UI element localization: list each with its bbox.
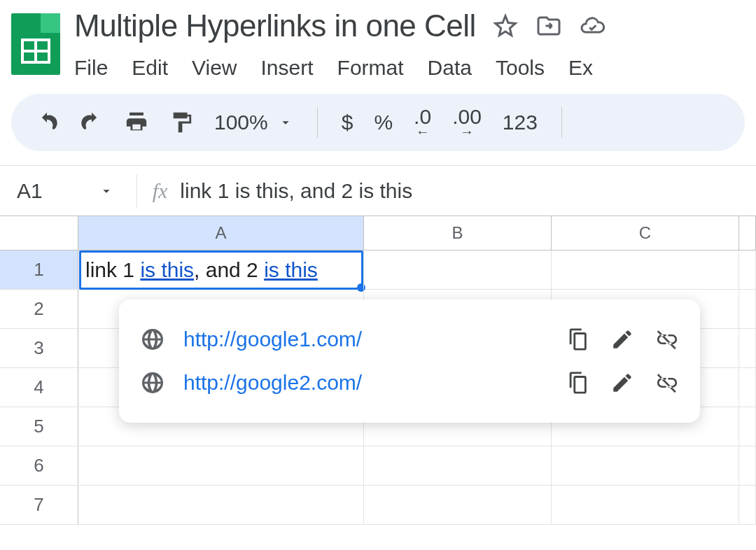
cell-B1[interactable] bbox=[364, 251, 552, 289]
edit-link-icon[interactable] bbox=[610, 327, 634, 351]
remove-link-icon[interactable] bbox=[655, 371, 679, 395]
cell-C7[interactable] bbox=[552, 486, 739, 524]
header: Multiple Hyperlinks in one Cell File Edi… bbox=[0, 0, 756, 80]
cell-B6[interactable] bbox=[364, 446, 552, 485]
table-row: 1 link 1 is this, and 2 is this bbox=[0, 251, 756, 290]
title-row: Multiple Hyperlinks in one Cell File Edi… bbox=[11, 8, 745, 80]
menu-format[interactable]: Format bbox=[337, 56, 404, 80]
cell-D3[interactable] bbox=[739, 329, 756, 367]
cell-D2[interactable] bbox=[739, 290, 756, 328]
star-icon[interactable] bbox=[493, 13, 518, 38]
globe-icon bbox=[140, 370, 165, 395]
cell-text: link 1 bbox=[85, 258, 140, 281]
formula-bar-separator bbox=[136, 174, 137, 208]
arrow-left-icon: ← bbox=[416, 125, 430, 139]
chevron-down-icon bbox=[99, 183, 114, 199]
cell-A1[interactable]: link 1 is this, and 2 is this bbox=[78, 251, 364, 289]
name-box-value: A1 bbox=[17, 179, 43, 203]
increase-decimals-button[interactable]: .00 → bbox=[452, 106, 482, 139]
menu-data[interactable]: Data bbox=[428, 56, 472, 80]
cell-B7[interactable] bbox=[364, 486, 552, 524]
cell-D1[interactable] bbox=[739, 251, 756, 289]
cell-D5[interactable] bbox=[739, 407, 756, 446]
column-header-A[interactable]: A bbox=[78, 216, 364, 250]
column-headers: A B C bbox=[0, 216, 756, 251]
cell-text: , and 2 bbox=[194, 258, 264, 281]
menu-view[interactable]: View bbox=[192, 56, 237, 80]
popover-link-row: http://google1.com/ bbox=[140, 318, 679, 361]
hyperlink-1[interactable]: is this bbox=[140, 258, 194, 281]
row-header-3[interactable]: 3 bbox=[0, 329, 78, 367]
cell-C1[interactable] bbox=[552, 251, 739, 289]
grid-rows: 1 link 1 is this, and 2 is this 2 3 4 5 bbox=[0, 251, 756, 525]
column-header-C[interactable]: C bbox=[552, 216, 739, 250]
row-header-2[interactable]: 2 bbox=[0, 290, 78, 328]
select-all-corner[interactable] bbox=[0, 216, 78, 250]
spreadsheet-grid: A B C 1 link 1 is this, and 2 is this 2 … bbox=[0, 216, 756, 525]
menu-file[interactable]: File bbox=[74, 56, 108, 80]
cloud-status-icon[interactable] bbox=[580, 13, 605, 38]
link-popover: http://google1.com/ http://google2.com/ bbox=[119, 299, 700, 423]
chevron-down-icon bbox=[278, 115, 293, 130]
copy-link-icon[interactable] bbox=[566, 327, 589, 351]
zoom-value: 100% bbox=[214, 111, 268, 134]
sheets-logo-icon[interactable] bbox=[11, 13, 60, 75]
copy-link-icon[interactable] bbox=[566, 371, 589, 395]
toolbar-separator bbox=[561, 107, 562, 138]
document-title[interactable]: Multiple Hyperlinks in one Cell bbox=[74, 8, 476, 43]
cell-A1-content: link 1 is this, and 2 is this bbox=[85, 258, 318, 282]
decrease-decimals-button[interactable]: .0 ← bbox=[414, 106, 431, 139]
toolbar: 100% $ % .0 ← .00 → 123 bbox=[11, 94, 745, 151]
globe-icon bbox=[140, 327, 165, 352]
table-row: 6 bbox=[0, 446, 756, 486]
menu-edit[interactable]: Edit bbox=[132, 56, 168, 80]
move-to-folder-icon[interactable] bbox=[536, 13, 561, 38]
menu-tools[interactable]: Tools bbox=[496, 56, 545, 80]
cell-C6[interactable] bbox=[552, 446, 739, 485]
undo-icon[interactable] bbox=[35, 111, 59, 134]
column-header-B[interactable]: B bbox=[364, 216, 552, 250]
cell-A7[interactable] bbox=[78, 486, 364, 524]
name-box[interactable]: A1 bbox=[0, 179, 131, 203]
formula-input[interactable]: link 1 is this, and 2 is this bbox=[180, 179, 412, 203]
column-header-extra[interactable] bbox=[739, 216, 756, 250]
menu-extensions-truncated[interactable]: Ex bbox=[568, 56, 593, 80]
menu-insert[interactable]: Insert bbox=[261, 56, 314, 80]
edit-link-icon[interactable] bbox=[610, 371, 634, 395]
redo-icon[interactable] bbox=[80, 111, 104, 134]
fx-icon: fx bbox=[153, 179, 168, 203]
remove-link-icon[interactable] bbox=[655, 327, 679, 351]
cell-D7[interactable] bbox=[739, 486, 756, 524]
format-123-button[interactable]: 123 bbox=[503, 111, 538, 134]
format-percent-button[interactable]: % bbox=[374, 111, 393, 134]
cell-A6[interactable] bbox=[78, 446, 364, 485]
cell-D6[interactable] bbox=[739, 446, 756, 485]
zoom-select[interactable]: 100% bbox=[214, 111, 293, 134]
popover-url-1[interactable]: http://google1.com/ bbox=[183, 327, 547, 351]
formula-bar: A1 fx link 1 is this, and 2 is this bbox=[0, 165, 756, 216]
row-header-1[interactable]: 1 bbox=[0, 251, 78, 289]
format-currency-button[interactable]: $ bbox=[342, 111, 354, 134]
arrow-right-icon: → bbox=[460, 125, 474, 139]
toolbar-separator bbox=[317, 107, 318, 138]
row-header-5[interactable]: 5 bbox=[0, 407, 78, 446]
popover-url-2[interactable]: http://google2.com/ bbox=[183, 371, 547, 395]
table-row: 7 bbox=[0, 486, 756, 525]
cell-D4[interactable] bbox=[739, 368, 756, 407]
menu-bar: File Edit View Insert Format Data Tools … bbox=[74, 56, 745, 80]
print-icon[interactable] bbox=[125, 111, 148, 134]
paint-format-icon[interactable] bbox=[169, 111, 193, 134]
row-header-7[interactable]: 7 bbox=[0, 486, 78, 524]
hyperlink-2[interactable]: is this bbox=[264, 258, 318, 281]
row-header-6[interactable]: 6 bbox=[0, 446, 78, 485]
row-header-4[interactable]: 4 bbox=[0, 368, 78, 407]
popover-link-row: http://google2.com/ bbox=[140, 361, 679, 404]
